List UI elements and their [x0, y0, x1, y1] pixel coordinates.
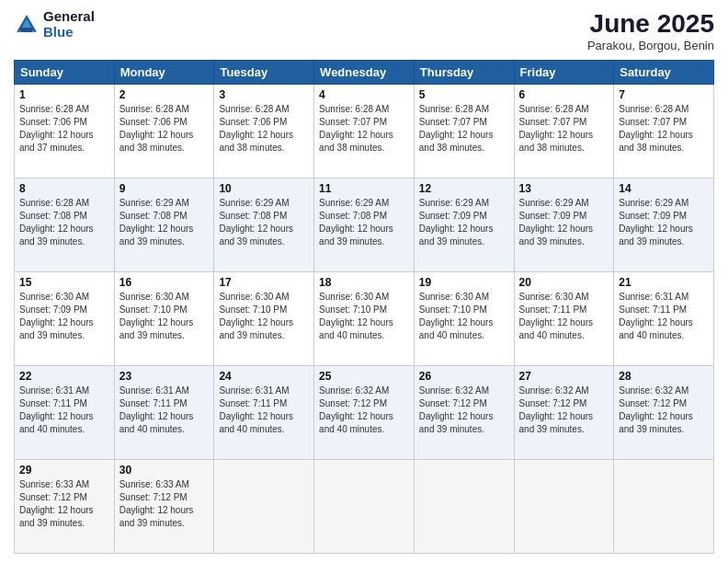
day-number: 12 — [419, 182, 509, 195]
sunset-label: Sunset: 7:12 PM — [319, 398, 387, 408]
sunrise-label: Sunrise: 6:32 AM — [319, 385, 389, 396]
sunset-label: Sunset: 7:12 PM — [119, 492, 188, 502]
logo-blue-text: Blue — [43, 25, 95, 40]
daylight-label: Daylight: 12 hours and 39 minutes. — [319, 224, 393, 247]
daylight-label: Daylight: 12 hours and 39 minutes. — [219, 224, 293, 247]
table-row: 21 Sunrise: 6:31 AM Sunset: 7:11 PM Dayl… — [614, 272, 714, 366]
day-info: Sunrise: 6:29 AM Sunset: 7:08 PM Dayligh… — [119, 197, 210, 248]
calendar-week-row: 22 Sunrise: 6:31 AM Sunset: 7:11 PM Dayl… — [15, 366, 714, 460]
sunset-label: Sunset: 7:10 PM — [319, 304, 387, 315]
daylight-label: Daylight: 12 hours and 38 minutes. — [519, 130, 594, 153]
table-row: 27 Sunrise: 6:32 AM Sunset: 7:12 PM Dayl… — [514, 366, 614, 460]
sunrise-label: Sunrise: 6:29 AM — [319, 198, 389, 208]
day-info: Sunrise: 6:29 AM Sunset: 7:08 PM Dayligh… — [219, 197, 309, 248]
sunset-label: Sunset: 7:09 PM — [419, 211, 487, 221]
calendar-week-row: 8 Sunrise: 6:28 AM Sunset: 7:08 PM Dayli… — [15, 178, 714, 272]
sunrise-label: Sunrise: 6:29 AM — [119, 198, 189, 208]
daylight-label: Daylight: 12 hours and 38 minutes. — [219, 130, 293, 153]
day-info: Sunrise: 6:29 AM Sunset: 7:09 PM Dayligh… — [519, 197, 609, 248]
daylight-label: Daylight: 12 hours and 40 minutes. — [619, 317, 693, 340]
sunset-label: Sunset: 7:11 PM — [519, 304, 587, 315]
table-row: 15 Sunrise: 6:30 AM Sunset: 7:09 PM Dayl… — [15, 272, 115, 366]
daylight-label: Daylight: 12 hours and 39 minutes. — [419, 411, 494, 434]
day-number: 23 — [119, 370, 210, 383]
table-row: 2 Sunrise: 6:28 AM Sunset: 7:06 PM Dayli… — [114, 85, 214, 178]
table-row: 19 Sunrise: 6:30 AM Sunset: 7:10 PM Dayl… — [414, 272, 514, 366]
table-row: 24 Sunrise: 6:31 AM Sunset: 7:11 PM Dayl… — [214, 366, 314, 460]
day-number: 21 — [619, 276, 709, 289]
col-saturday: Saturday — [614, 61, 714, 85]
table-row: 3 Sunrise: 6:28 AM Sunset: 7:06 PM Dayli… — [214, 85, 314, 178]
sunset-label: Sunset: 7:09 PM — [519, 211, 587, 221]
col-friday: Friday — [514, 61, 614, 85]
table-row: 7 Sunrise: 6:28 AM Sunset: 7:07 PM Dayli… — [614, 85, 714, 178]
daylight-label: Daylight: 12 hours and 38 minutes. — [619, 130, 693, 153]
day-number: 19 — [419, 276, 509, 289]
sunset-label: Sunset: 7:08 PM — [19, 211, 87, 221]
day-number: 16 — [119, 276, 210, 289]
sunset-label: Sunset: 7:10 PM — [119, 304, 188, 315]
table-row — [514, 460, 614, 554]
sunrise-label: Sunrise: 6:31 AM — [19, 385, 89, 396]
day-number: 5 — [419, 88, 509, 101]
sunset-label: Sunset: 7:11 PM — [119, 398, 188, 408]
daylight-label: Daylight: 12 hours and 39 minutes. — [519, 411, 594, 434]
col-tuesday: Tuesday — [214, 61, 314, 85]
sunrise-label: Sunrise: 6:32 AM — [519, 385, 589, 396]
sunrise-label: Sunrise: 6:29 AM — [619, 198, 688, 208]
day-number: 25 — [319, 370, 409, 383]
table-row: 25 Sunrise: 6:32 AM Sunset: 7:12 PM Dayl… — [314, 366, 415, 460]
sunset-label: Sunset: 7:06 PM — [219, 117, 287, 127]
sunrise-label: Sunrise: 6:29 AM — [419, 198, 489, 208]
table-row: 14 Sunrise: 6:29 AM Sunset: 7:09 PM Dayl… — [614, 178, 714, 272]
sunset-label: Sunset: 7:12 PM — [19, 492, 87, 502]
day-number: 8 — [19, 182, 109, 195]
daylight-label: Daylight: 12 hours and 39 minutes. — [119, 505, 194, 528]
col-thursday: Thursday — [414, 61, 514, 85]
day-number: 4 — [319, 88, 409, 101]
daylight-label: Daylight: 12 hours and 39 minutes. — [19, 224, 94, 247]
day-info: Sunrise: 6:28 AM Sunset: 7:08 PM Dayligh… — [19, 197, 109, 248]
table-row: 9 Sunrise: 6:29 AM Sunset: 7:08 PM Dayli… — [114, 178, 214, 272]
sunset-label: Sunset: 7:11 PM — [219, 398, 287, 408]
table-row: 20 Sunrise: 6:30 AM Sunset: 7:11 PM Dayl… — [514, 272, 614, 366]
day-info: Sunrise: 6:28 AM Sunset: 7:06 PM Dayligh… — [219, 103, 309, 155]
day-info: Sunrise: 6:28 AM Sunset: 7:06 PM Dayligh… — [19, 103, 109, 155]
table-row: 18 Sunrise: 6:30 AM Sunset: 7:10 PM Dayl… — [314, 272, 415, 366]
sunrise-label: Sunrise: 6:32 AM — [419, 385, 489, 396]
day-number: 2 — [119, 88, 210, 101]
day-number: 27 — [519, 370, 609, 383]
sunrise-label: Sunrise: 6:31 AM — [619, 292, 688, 302]
daylight-label: Daylight: 12 hours and 39 minutes. — [19, 317, 94, 340]
table-row — [314, 460, 415, 554]
day-info: Sunrise: 6:30 AM Sunset: 7:09 PM Dayligh… — [19, 291, 109, 342]
table-row: 8 Sunrise: 6:28 AM Sunset: 7:08 PM Dayli… — [15, 178, 115, 272]
sunrise-label: Sunrise: 6:31 AM — [119, 385, 189, 396]
day-number: 30 — [119, 464, 210, 477]
table-row: 26 Sunrise: 6:32 AM Sunset: 7:12 PM Dayl… — [414, 366, 514, 460]
sunrise-label: Sunrise: 6:30 AM — [19, 292, 89, 302]
sunset-label: Sunset: 7:07 PM — [519, 117, 587, 127]
day-info: Sunrise: 6:28 AM Sunset: 7:07 PM Dayligh… — [319, 103, 409, 155]
table-row: 12 Sunrise: 6:29 AM Sunset: 7:09 PM Dayl… — [414, 178, 514, 272]
day-number: 7 — [619, 88, 709, 101]
calendar-week-row: 15 Sunrise: 6:30 AM Sunset: 7:09 PM Dayl… — [15, 272, 714, 366]
sunrise-label: Sunrise: 6:32 AM — [619, 385, 688, 396]
location: Parakou, Borgou, Benin — [587, 39, 714, 52]
day-number: 6 — [519, 88, 609, 101]
sunset-label: Sunset: 7:12 PM — [419, 398, 487, 408]
day-number: 18 — [319, 276, 409, 289]
sunrise-label: Sunrise: 6:30 AM — [319, 292, 389, 302]
day-info: Sunrise: 6:28 AM Sunset: 7:07 PM Dayligh… — [419, 103, 509, 155]
sunset-label: Sunset: 7:07 PM — [319, 117, 387, 127]
sunrise-label: Sunrise: 6:30 AM — [419, 292, 489, 302]
col-wednesday: Wednesday — [314, 61, 415, 85]
sunset-label: Sunset: 7:09 PM — [19, 304, 87, 315]
day-number: 20 — [519, 276, 609, 289]
day-info: Sunrise: 6:30 AM Sunset: 7:10 PM Dayligh… — [219, 291, 309, 342]
day-number: 29 — [19, 464, 109, 477]
calendar-week-row: 29 Sunrise: 6:33 AM Sunset: 7:12 PM Dayl… — [15, 460, 714, 554]
sunrise-label: Sunrise: 6:28 AM — [519, 104, 589, 114]
day-info: Sunrise: 6:31 AM Sunset: 7:11 PM Dayligh… — [119, 385, 210, 436]
day-info: Sunrise: 6:31 AM Sunset: 7:11 PM Dayligh… — [219, 385, 309, 436]
